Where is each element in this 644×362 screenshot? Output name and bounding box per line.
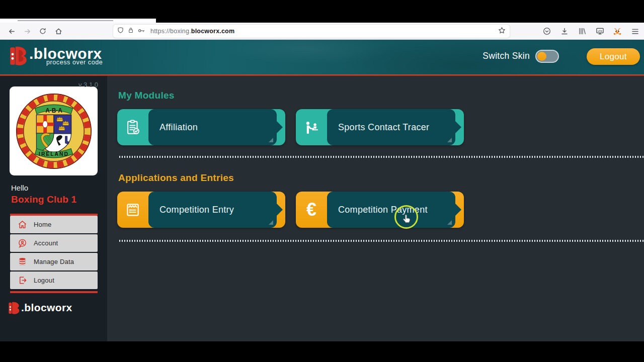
pocket-icon[interactable] xyxy=(541,25,553,37)
module-button-competition-entry[interactable]: Competition Entry xyxy=(117,192,285,228)
switch-skin-label: Switch Skin xyxy=(482,51,530,61)
reload-icon[interactable] xyxy=(36,25,49,38)
sidebar-item-account[interactable]: Account xyxy=(10,234,98,252)
section-divider xyxy=(119,240,644,242)
back-icon[interactable] xyxy=(5,25,18,38)
letterbox-top xyxy=(0,0,644,19)
url-bar[interactable]: https://boxing.blocworx.com xyxy=(113,25,510,38)
screen-extension-icon[interactable] xyxy=(594,25,606,37)
main-content: My Modules Affiliation xyxy=(107,76,644,341)
sidebar-item-manage-data[interactable]: Manage Data xyxy=(10,253,98,270)
module-button-affiliation[interactable]: Affiliation xyxy=(117,109,285,145)
home-icon[interactable] xyxy=(52,25,65,38)
app-version: v 3.1.0 xyxy=(78,81,98,88)
header-logout-button[interactable]: Logout xyxy=(587,48,640,65)
sidebar-item-label: Home xyxy=(34,221,51,228)
menu-hamburger-icon[interactable] xyxy=(629,25,641,37)
lock-icon[interactable] xyxy=(128,27,134,36)
aba-ireland-crest: A·B·A IRELAND xyxy=(14,91,94,171)
module-label: Competition Payment xyxy=(338,205,428,215)
browser-toolbar: https://boxing.blocworx.com xyxy=(0,23,644,40)
database-icon xyxy=(18,257,27,266)
blocworx-logo-mark xyxy=(9,45,27,66)
metamask-icon[interactable] xyxy=(611,25,623,37)
sidebar-item-label: Logout xyxy=(34,277,54,284)
home-icon xyxy=(18,220,27,229)
menu-accent-bottom xyxy=(10,291,98,293)
contact-tracer-icon xyxy=(296,109,327,145)
sidebar-item-label: Manage Data xyxy=(34,258,74,265)
footer-wordmark: .blocworx xyxy=(21,302,72,314)
clipboard-check-icon xyxy=(117,109,148,145)
toggle-knob xyxy=(537,52,546,61)
app-header: .blocworx process over code Switch Skin … xyxy=(0,40,644,74)
letterbox-bottom xyxy=(0,341,644,362)
section-heading-my-modules: My Modules xyxy=(118,90,175,101)
module-label: Competition Entry xyxy=(159,205,234,215)
sidebar-footer: .blocworx xyxy=(8,299,99,316)
permissions-key-icon[interactable] xyxy=(138,27,145,36)
url-text[interactable]: https://boxing.blocworx.com xyxy=(150,28,234,35)
section-divider xyxy=(119,156,644,158)
bookmark-star-icon[interactable] xyxy=(498,27,506,36)
browser-tab-strip xyxy=(0,19,644,23)
module-button-competition-payment[interactable]: € Competition Payment xyxy=(296,192,464,228)
sidebar-item-logout[interactable]: Logout xyxy=(10,272,98,289)
logout-icon xyxy=(18,276,27,285)
sidebar-item-label: Account xyxy=(34,239,58,247)
menu-accent-top xyxy=(10,214,98,216)
module-label: Sports Contact Tracer xyxy=(338,122,429,133)
crest-top-text: A·B·A xyxy=(45,107,62,114)
screenshot-stage: https://boxing.blocworx.com xyxy=(0,0,644,362)
club-name: Boxing Club 1 xyxy=(11,194,76,205)
blocworx-logo-mark xyxy=(8,301,20,315)
crest-bottom-text: IRELAND xyxy=(39,151,69,157)
section-heading-applications-entries: Applications and Entries xyxy=(118,172,234,184)
download-icon[interactable] xyxy=(558,25,571,37)
club-crest-card: A·B·A IRELAND xyxy=(10,86,98,175)
tab-underline xyxy=(18,20,113,21)
switch-skin-toggle[interactable] xyxy=(535,50,559,63)
library-icon[interactable] xyxy=(576,25,588,37)
workspace: A·B·A IRELAND Hello Boxing Club 1 Home xyxy=(0,76,644,341)
sidebar: A·B·A IRELAND Hello Boxing Club 1 Home xyxy=(0,76,107,341)
shield-icon[interactable] xyxy=(117,27,124,36)
sidebar-item-home[interactable]: Home xyxy=(10,216,98,233)
euro-icon: € xyxy=(296,192,327,228)
brand-tagline: process over code xyxy=(46,59,103,66)
module-label: Affiliation xyxy=(159,122,198,133)
greeting-text: Hello xyxy=(11,184,28,192)
entry-form-icon xyxy=(117,192,148,228)
account-icon xyxy=(18,238,27,248)
module-button-sports-contact-tracer[interactable]: Sports Contact Tracer xyxy=(296,109,464,145)
forward-icon[interactable] xyxy=(21,25,34,38)
